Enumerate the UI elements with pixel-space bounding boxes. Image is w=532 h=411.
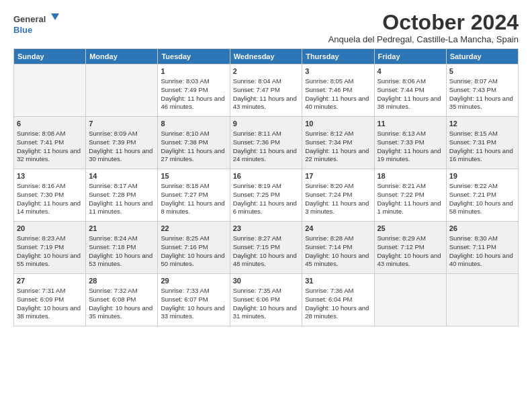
day-number: 1 <box>161 66 226 77</box>
table-row: 12 Sunrise: 8:15 AM Sunset: 7:31 PM Dayl… <box>446 117 518 169</box>
sunrise-text: Sunrise: 8:23 AM <box>17 234 65 242</box>
sunrise-text: Sunrise: 8:20 AM <box>305 182 353 189</box>
table-row: 23 Sunrise: 8:27 AM Sunset: 7:15 PM Dayl… <box>230 222 302 274</box>
table-row: 1 Sunrise: 8:03 AM Sunset: 7:49 PM Dayli… <box>158 64 230 117</box>
svg-text:General: General <box>13 14 46 24</box>
calendar-week-row: 13 Sunrise: 8:16 AM Sunset: 7:30 PM Dayl… <box>14 169 519 222</box>
sunset-text: Sunset: 7:38 PM <box>161 138 208 146</box>
sunrise-text: Sunrise: 7:31 AM <box>17 287 65 294</box>
sunrise-text: Sunrise: 8:19 AM <box>233 182 281 189</box>
sunset-text: Sunset: 7:33 PM <box>378 138 425 146</box>
daylight-text: Daylight: 10 hours and 45 minutes. <box>305 252 369 268</box>
sunrise-text: Sunrise: 8:10 AM <box>161 130 209 137</box>
sunset-text: Sunset: 7:47 PM <box>233 86 280 93</box>
day-number: 6 <box>17 119 83 129</box>
daylight-text: Daylight: 10 hours and 53 minutes. <box>89 252 152 268</box>
daylight-text: Daylight: 10 hours and 28 minutes. <box>305 304 369 320</box>
daylight-text: Daylight: 11 hours and 24 minutes. <box>233 147 297 163</box>
header-saturday: Saturday <box>446 49 518 64</box>
header-friday: Friday <box>374 49 446 64</box>
day-number: 29 <box>161 276 226 286</box>
table-row: 7 Sunrise: 8:09 AM Sunset: 7:39 PM Dayli… <box>86 117 158 169</box>
sunrise-text: Sunrise: 8:09 AM <box>89 130 137 137</box>
daylight-text: Daylight: 11 hours and 1 minute. <box>378 199 441 216</box>
day-number: 23 <box>233 224 300 234</box>
day-number: 28 <box>89 276 154 286</box>
table-row: 16 Sunrise: 8:19 AM Sunset: 7:25 PM Dayl… <box>230 169 302 222</box>
table-row: 2 Sunrise: 8:04 AM Sunset: 7:47 PM Dayli… <box>230 64 302 117</box>
header: General Blue October 2024 Anquela del Pe… <box>13 11 519 44</box>
logo: General Blue <box>13 11 60 36</box>
table-row: 22 Sunrise: 8:25 AM Sunset: 7:16 PM Dayl… <box>158 222 230 274</box>
table-row <box>86 64 158 117</box>
day-number: 11 <box>378 119 443 129</box>
sunrise-text: Sunrise: 8:07 AM <box>449 77 498 85</box>
table-row: 11 Sunrise: 8:13 AM Sunset: 7:33 PM Dayl… <box>374 117 446 169</box>
table-row: 5 Sunrise: 8:07 AM Sunset: 7:43 PM Dayli… <box>446 64 518 117</box>
sunset-text: Sunset: 7:12 PM <box>378 243 425 250</box>
day-number: 31 <box>305 276 371 286</box>
calendar-table: Sunday Monday Tuesday Wednesday Thursday… <box>13 48 519 326</box>
sunset-text: Sunset: 7:44 PM <box>378 86 425 93</box>
daylight-text: Daylight: 11 hours and 22 minutes. <box>305 147 369 163</box>
table-row: 14 Sunrise: 8:17 AM Sunset: 7:28 PM Dayl… <box>86 169 158 222</box>
day-number: 7 <box>89 119 154 129</box>
calendar-week-row: 6 Sunrise: 8:08 AM Sunset: 7:41 PM Dayli… <box>14 117 519 169</box>
table-row: 4 Sunrise: 8:06 AM Sunset: 7:44 PM Dayli… <box>374 64 446 117</box>
sunrise-text: Sunrise: 8:05 AM <box>305 77 353 85</box>
day-number: 26 <box>449 224 515 234</box>
daylight-text: Daylight: 11 hours and 35 minutes. <box>449 95 513 111</box>
sunset-text: Sunset: 6:08 PM <box>89 295 136 303</box>
calendar-week-row: 1 Sunrise: 8:03 AM Sunset: 7:49 PM Dayli… <box>14 64 519 117</box>
table-row: 31 Sunrise: 7:36 AM Sunset: 6:04 PM Dayl… <box>302 274 374 326</box>
daylight-text: Daylight: 10 hours and 43 minutes. <box>378 252 441 268</box>
table-row: 6 Sunrise: 8:08 AM Sunset: 7:41 PM Dayli… <box>14 117 86 169</box>
table-row: 20 Sunrise: 8:23 AM Sunset: 7:19 PM Dayl… <box>14 222 86 274</box>
header-monday: Monday <box>86 49 158 64</box>
daylight-text: Daylight: 10 hours and 40 minutes. <box>449 252 513 268</box>
location-title: Anquela del Pedregal, Castille-La Mancha… <box>328 34 519 44</box>
daylight-text: Daylight: 10 hours and 33 minutes. <box>161 304 224 320</box>
daylight-text: Daylight: 10 hours and 48 minutes. <box>233 252 297 268</box>
daylight-text: Daylight: 10 hours and 55 minutes. <box>17 252 81 268</box>
daylight-text: Daylight: 11 hours and 11 minutes. <box>89 199 152 216</box>
table-row: 27 Sunrise: 7:31 AM Sunset: 6:09 PM Dayl… <box>14 274 86 326</box>
sunset-text: Sunset: 7:30 PM <box>17 191 64 198</box>
day-number: 27 <box>17 276 83 286</box>
day-number: 18 <box>378 171 443 181</box>
sunset-text: Sunset: 7:16 PM <box>161 243 208 250</box>
sunset-text: Sunset: 7:31 PM <box>449 138 496 146</box>
sunset-text: Sunset: 7:14 PM <box>305 243 352 250</box>
daylight-text: Daylight: 10 hours and 50 minutes. <box>161 252 224 268</box>
header-tuesday: Tuesday <box>158 49 230 64</box>
sunrise-text: Sunrise: 8:25 AM <box>161 234 209 242</box>
sunrise-text: Sunrise: 8:03 AM <box>161 77 209 85</box>
day-number: 21 <box>89 224 154 234</box>
table-row: 17 Sunrise: 8:20 AM Sunset: 7:24 PM Dayl… <box>302 169 374 222</box>
sunset-text: Sunset: 7:25 PM <box>233 191 280 198</box>
page: General Blue October 2024 Anquela del Pe… <box>0 0 532 334</box>
sunset-text: Sunset: 7:19 PM <box>17 243 64 250</box>
calendar-week-row: 27 Sunrise: 7:31 AM Sunset: 6:09 PM Dayl… <box>14 274 519 326</box>
sunrise-text: Sunrise: 8:08 AM <box>17 130 65 137</box>
day-number: 17 <box>305 171 371 181</box>
table-row: 10 Sunrise: 8:12 AM Sunset: 7:34 PM Dayl… <box>302 117 374 169</box>
table-row: 30 Sunrise: 7:35 AM Sunset: 6:06 PM Dayl… <box>230 274 302 326</box>
daylight-text: Daylight: 11 hours and 14 minutes. <box>17 199 81 216</box>
daylight-text: Daylight: 11 hours and 38 minutes. <box>378 95 441 111</box>
sunset-text: Sunset: 7:34 PM <box>305 138 352 146</box>
daylight-text: Daylight: 10 hours and 31 minutes. <box>233 304 297 320</box>
table-row: 25 Sunrise: 8:29 AM Sunset: 7:12 PM Dayl… <box>374 222 446 274</box>
sunrise-text: Sunrise: 8:11 AM <box>233 130 281 137</box>
day-number: 10 <box>305 119 371 129</box>
day-number: 24 <box>305 224 371 234</box>
day-number: 12 <box>449 119 515 129</box>
sunset-text: Sunset: 6:09 PM <box>17 295 64 303</box>
day-number: 16 <box>233 171 300 181</box>
sunset-text: Sunset: 7:41 PM <box>17 138 64 146</box>
title-block: October 2024 Anquela del Pedregal, Casti… <box>328 11 519 44</box>
sunset-text: Sunset: 7:43 PM <box>449 86 496 93</box>
svg-text:Blue: Blue <box>13 25 32 35</box>
daylight-text: Daylight: 11 hours and 6 minutes. <box>233 199 297 216</box>
sunrise-text: Sunrise: 8:22 AM <box>449 182 498 189</box>
